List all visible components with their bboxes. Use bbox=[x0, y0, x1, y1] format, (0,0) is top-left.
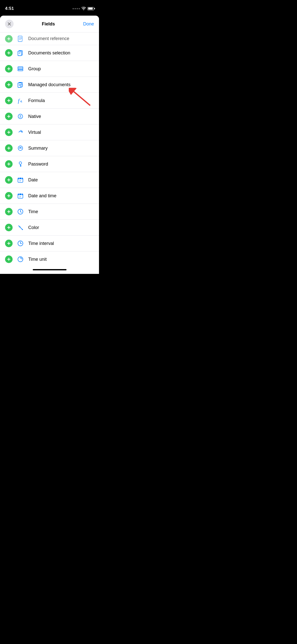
svg-line-35 bbox=[19, 226, 22, 230]
list-item-time[interactable]: Time bbox=[0, 204, 99, 220]
svg-text:7: 7 bbox=[19, 196, 21, 198]
add-button-date[interactable] bbox=[5, 176, 13, 184]
add-button-virtual[interactable] bbox=[5, 128, 13, 136]
add-button-native[interactable] bbox=[5, 113, 13, 120]
list-item-formula[interactable]: f x Formula bbox=[0, 93, 99, 109]
summary-icon bbox=[16, 144, 25, 152]
formula-icon: f x bbox=[16, 96, 25, 105]
battery-icon bbox=[87, 7, 94, 10]
add-button-color[interactable] bbox=[5, 224, 13, 231]
add-button-time-interval[interactable] bbox=[5, 240, 13, 247]
svg-rect-3 bbox=[18, 70, 23, 71]
svg-text:f: f bbox=[18, 98, 20, 104]
managed-documents-icon bbox=[16, 80, 25, 89]
sheet-container: Fields Done Document reference bbox=[0, 16, 99, 274]
password-label: Password bbox=[28, 162, 48, 167]
sheet-title: Fields bbox=[42, 21, 55, 27]
documents-selection-icon bbox=[16, 49, 25, 57]
list-item-color[interactable]: Color bbox=[0, 220, 99, 236]
managed-documents-label: Managed documents bbox=[28, 82, 71, 87]
wifi-icon bbox=[81, 7, 86, 10]
time-interval-label: Time interval bbox=[28, 241, 54, 246]
home-indicator bbox=[33, 269, 67, 270]
document-reference-label: Document reference bbox=[28, 36, 69, 41]
add-button-password[interactable] bbox=[5, 160, 13, 168]
svg-text:7: 7 bbox=[19, 180, 21, 182]
add-button-documents-selection[interactable] bbox=[5, 49, 13, 57]
group-label: Group bbox=[28, 66, 41, 72]
svg-rect-0 bbox=[18, 36, 22, 42]
list-item-time-interval[interactable]: Time interval bbox=[0, 236, 99, 251]
add-button-summary[interactable] bbox=[5, 144, 13, 152]
date-and-time-label: Date and time bbox=[28, 193, 56, 199]
list-item-time-unit[interactable]: Time unit bbox=[0, 251, 99, 267]
date-and-time-icon: 7 bbox=[16, 191, 25, 200]
add-button-managed-documents[interactable] bbox=[5, 81, 13, 88]
svg-text:x: x bbox=[21, 100, 22, 103]
color-label: Color bbox=[28, 225, 39, 230]
items-wrapper: Documents selection Group bbox=[0, 45, 99, 267]
svg-line-12 bbox=[74, 92, 90, 106]
virtual-label: Virtual bbox=[28, 130, 41, 135]
native-label: Native bbox=[28, 114, 41, 119]
time-interval-icon bbox=[16, 239, 25, 248]
signal-dots-icon bbox=[73, 8, 80, 9]
list-item-password[interactable]: Password bbox=[0, 156, 99, 172]
time-label: Time bbox=[28, 209, 38, 214]
password-icon bbox=[16, 160, 25, 168]
add-button-time[interactable] bbox=[5, 208, 13, 215]
add-button-group[interactable] bbox=[5, 65, 13, 73]
status-bar: 4:51 bbox=[0, 0, 99, 14]
group-icon bbox=[16, 65, 25, 73]
red-arrow-annotation bbox=[69, 88, 91, 109]
list-item-summary[interactable]: Summary bbox=[0, 140, 99, 156]
list-item-date[interactable]: 7 Date bbox=[0, 172, 99, 188]
time-unit-icon bbox=[16, 255, 25, 264]
fields-list: Document reference Documents selection bbox=[0, 33, 99, 267]
status-time: 4:51 bbox=[5, 6, 14, 11]
time-unit-label: Time unit bbox=[28, 257, 47, 262]
svg-rect-5 bbox=[18, 67, 23, 68]
summary-label: Summary bbox=[28, 146, 48, 151]
list-item-virtual[interactable]: Virtual bbox=[0, 124, 99, 140]
list-item-date-and-time[interactable]: 7 Date and time bbox=[0, 188, 99, 204]
close-button[interactable] bbox=[5, 20, 14, 28]
add-button-partial[interactable] bbox=[5, 35, 13, 43]
svg-rect-2 bbox=[18, 51, 21, 56]
add-button-time-unit[interactable] bbox=[5, 255, 13, 263]
time-icon bbox=[16, 207, 25, 216]
sheet-header: Fields Done bbox=[0, 16, 99, 33]
list-item-native[interactable]: Native bbox=[0, 109, 99, 124]
date-icon: 7 bbox=[16, 176, 25, 184]
svg-point-17 bbox=[19, 162, 22, 164]
svg-point-36 bbox=[22, 229, 23, 230]
native-icon bbox=[16, 112, 25, 121]
document-reference-icon bbox=[16, 35, 25, 43]
list-item-group[interactable]: Group bbox=[0, 61, 99, 77]
color-icon bbox=[16, 223, 25, 232]
add-button-formula[interactable] bbox=[5, 97, 13, 104]
documents-selection-label: Documents selection bbox=[28, 50, 70, 56]
add-button-date-and-time[interactable] bbox=[5, 192, 13, 200]
date-label: Date bbox=[28, 177, 38, 183]
svg-line-33 bbox=[20, 212, 21, 212]
svg-point-8 bbox=[20, 84, 23, 87]
status-icons bbox=[73, 7, 94, 10]
done-button[interactable]: Done bbox=[83, 21, 94, 27]
list-item-partial: Document reference bbox=[0, 33, 99, 45]
formula-label: Formula bbox=[28, 98, 45, 103]
list-item-documents-selection[interactable]: Documents selection bbox=[0, 45, 99, 61]
virtual-icon bbox=[16, 128, 25, 137]
